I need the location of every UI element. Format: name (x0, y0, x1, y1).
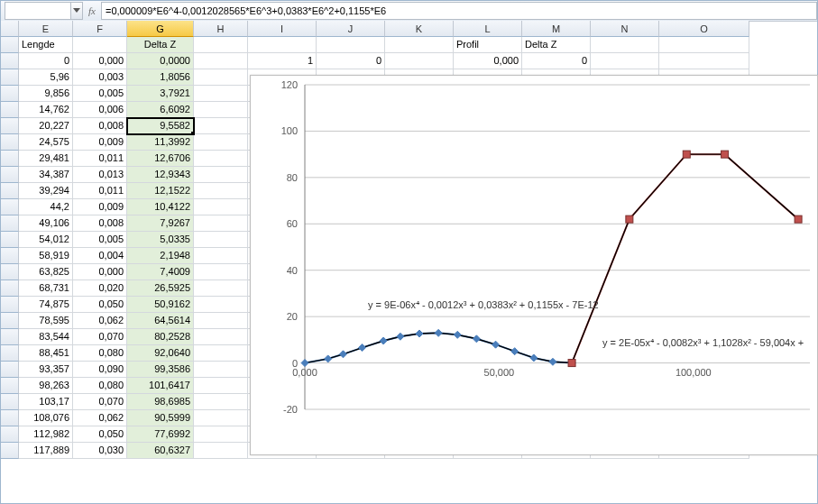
col-header-selected[interactable]: G (127, 21, 194, 37)
cell[interactable]: 44,2 (19, 199, 73, 215)
cell[interactable]: 77,6992 (127, 426, 194, 443)
row-header[interactable] (1, 362, 19, 378)
cell[interactable] (194, 394, 248, 410)
cell[interactable]: 0,080 (73, 378, 127, 394)
cell[interactable]: 6,6092 (127, 102, 194, 118)
cell[interactable]: 68,731 (19, 280, 73, 297)
cell[interactable]: 10,4122 (127, 199, 194, 215)
cell[interactable]: 12,1522 (127, 183, 194, 199)
cell[interactable]: 5,96 (19, 69, 73, 86)
cell[interactable]: 20,227 (19, 118, 73, 134)
cell[interactable]: 5,0335 (127, 232, 194, 248)
cell[interactable]: 14,762 (19, 102, 73, 118)
cell[interactable]: 0,062 (73, 313, 127, 329)
spreadsheet-grid[interactable]: E F G H I J K L M N O LengdeDelta ZProfi… (1, 21, 817, 503)
cell[interactable] (385, 37, 454, 53)
cell[interactable]: 0,070 (73, 394, 127, 410)
cell[interactable]: 0,000 (73, 264, 127, 280)
cell[interactable] (194, 37, 248, 53)
cell[interactable]: 98,6985 (127, 394, 194, 410)
cell[interactable] (194, 329, 248, 345)
row-header[interactable] (1, 167, 19, 183)
cell[interactable] (194, 232, 248, 248)
cell[interactable]: 9,856 (19, 86, 73, 102)
name-box-dropdown[interactable] (71, 2, 83, 20)
col-header[interactable]: M (522, 21, 591, 37)
cell[interactable]: 0 (19, 53, 73, 69)
cell[interactable]: Delta Z (127, 37, 194, 53)
cell[interactable] (248, 37, 317, 53)
cell[interactable]: 64,5614 (127, 313, 194, 329)
cell[interactable]: 0,009 (73, 199, 127, 215)
cell[interactable]: 83,544 (19, 329, 73, 345)
cell[interactable]: Lengde (19, 37, 73, 53)
row-header[interactable] (1, 86, 19, 102)
cell[interactable] (194, 378, 248, 394)
row-header[interactable] (1, 410, 19, 426)
row-header[interactable] (1, 151, 19, 167)
col-header[interactable]: E (19, 21, 73, 37)
cell[interactable]: 11,3992 (127, 134, 194, 151)
row-header[interactable] (1, 264, 19, 280)
cell[interactable] (194, 280, 248, 297)
row-header[interactable] (1, 329, 19, 345)
row-header[interactable] (1, 443, 19, 459)
row-header[interactable] (1, 199, 19, 215)
cell[interactable]: 50,9162 (127, 297, 194, 313)
cell[interactable]: 0,062 (73, 410, 127, 426)
cell[interactable]: 12,9343 (127, 167, 194, 183)
cell[interactable] (194, 215, 248, 232)
cell[interactable]: 78,595 (19, 313, 73, 329)
col-header[interactable]: K (385, 21, 454, 37)
col-header[interactable]: F (73, 21, 127, 37)
select-all-corner[interactable] (1, 21, 19, 37)
cell[interactable] (591, 53, 659, 69)
cell[interactable] (194, 69, 248, 86)
cell[interactable]: 80,2528 (127, 329, 194, 345)
cell[interactable]: 0,008 (73, 215, 127, 232)
cell[interactable] (194, 297, 248, 313)
cell[interactable]: Delta Z (522, 37, 591, 53)
cell[interactable]: 1,8056 (127, 69, 194, 86)
cell[interactable]: 112,982 (19, 426, 73, 443)
cell[interactable]: 0,070 (73, 329, 127, 345)
active-cell[interactable]: 9,5582 (127, 118, 194, 134)
cell[interactable]: 0,000 (454, 53, 522, 69)
cell[interactable]: 0,013 (73, 167, 127, 183)
cell[interactable] (194, 167, 248, 183)
cell[interactable]: 0,011 (73, 151, 127, 167)
row-header[interactable] (1, 313, 19, 329)
cell[interactable]: 3,7921 (127, 86, 194, 102)
cell[interactable] (659, 53, 749, 69)
row-header[interactable] (1, 378, 19, 394)
cell[interactable]: 26,5925 (127, 280, 194, 297)
cell[interactable] (194, 410, 248, 426)
cell[interactable]: 0,009 (73, 134, 127, 151)
cell[interactable]: 63,825 (19, 264, 73, 280)
cell[interactable]: 90,5999 (127, 410, 194, 426)
cell[interactable] (659, 37, 749, 53)
cell[interactable]: 0,050 (73, 426, 127, 443)
chart[interactable]: -200204060801001200,00050,000100,000y = … (250, 75, 818, 455)
cell[interactable] (194, 199, 248, 215)
fx-label[interactable]: fx (88, 5, 96, 16)
cell[interactable]: 0,008 (73, 118, 127, 134)
cell[interactable]: 34,387 (19, 167, 73, 183)
cell[interactable]: 0,0000 (127, 53, 194, 69)
cell[interactable] (194, 102, 248, 118)
cell[interactable]: 101,6417 (127, 378, 194, 394)
cell[interactable] (194, 134, 248, 151)
col-header[interactable]: I (248, 21, 317, 37)
cell[interactable]: 103,17 (19, 394, 73, 410)
cell[interactable]: 93,357 (19, 362, 73, 378)
cell[interactable]: 0 (317, 53, 385, 69)
cell[interactable]: 0 (522, 53, 591, 69)
cell[interactable] (317, 37, 385, 53)
cell[interactable]: 7,9267 (127, 215, 194, 232)
cell[interactable]: 1 (248, 53, 317, 69)
cell[interactable]: 92,0640 (127, 345, 194, 362)
row-header[interactable] (1, 345, 19, 362)
cell[interactable]: 0,020 (73, 280, 127, 297)
cell[interactable] (73, 37, 127, 53)
row-header[interactable] (1, 102, 19, 118)
